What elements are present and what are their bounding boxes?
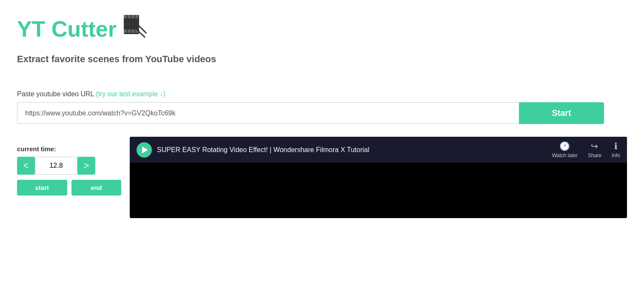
info-icon: ℹ [614, 141, 618, 151]
svg-rect-7 [131, 29, 134, 33]
video-actions: 🕐 Watch later ↪ Share ℹ Info [552, 141, 620, 158]
increment-button[interactable]: > [77, 157, 95, 175]
share-label: Share [588, 153, 601, 158]
bottom-section: current time: < > start end SUPER EASY R… [17, 137, 627, 218]
info-label: Info [612, 153, 620, 158]
svg-rect-4 [135, 15, 138, 18]
subtitle: Extract favorite scenes from YouTube vid… [17, 54, 627, 65]
video-title: SUPER EASY Rotating Video Effect! | Wond… [157, 146, 547, 154]
video-header: SUPER EASY Rotating Video Effect! | Wond… [130, 137, 627, 163]
watch-later-action[interactable]: 🕐 Watch later [552, 141, 578, 158]
film-scissors-icon [122, 13, 147, 45]
url-input-row: Start [17, 102, 604, 124]
video-body [130, 163, 627, 218]
time-input[interactable] [35, 157, 77, 175]
test-example-link[interactable]: (try our test example ↓) [96, 90, 165, 98]
share-icon: ↪ [591, 141, 598, 151]
mark-start-button[interactable]: start [17, 180, 67, 196]
svg-rect-6 [128, 29, 131, 33]
app-title: YT Cutter [17, 18, 117, 40]
video-panel: SUPER EASY Rotating Video Effect! | Wond… [130, 137, 627, 218]
svg-rect-5 [124, 29, 127, 33]
current-time-label: current time: [17, 145, 121, 153]
time-stepper-row: < > [17, 157, 121, 175]
watch-later-label: Watch later [552, 153, 578, 158]
decrement-button[interactable]: < [17, 157, 35, 175]
mark-end-button[interactable]: end [71, 180, 122, 196]
play-icon [142, 147, 148, 153]
watch-later-icon: 🕐 [559, 141, 570, 151]
svg-rect-3 [131, 15, 134, 18]
url-input[interactable] [17, 102, 519, 124]
svg-rect-2 [128, 15, 131, 18]
page-container: YT Cutter Extract favorite scene [0, 0, 644, 231]
info-action[interactable]: ℹ Info [612, 141, 620, 158]
controls-panel: current time: < > start end [17, 137, 130, 218]
play-button[interactable] [137, 142, 152, 158]
start-button[interactable]: Start [519, 102, 604, 124]
start-end-row: start end [17, 180, 121, 196]
share-action[interactable]: ↪ Share [588, 141, 601, 158]
url-label: Paste youtube video URL (try our test ex… [17, 90, 627, 98]
header: YT Cutter [17, 13, 627, 45]
url-section: Paste youtube video URL (try our test ex… [17, 90, 627, 124]
svg-rect-1 [124, 15, 127, 18]
